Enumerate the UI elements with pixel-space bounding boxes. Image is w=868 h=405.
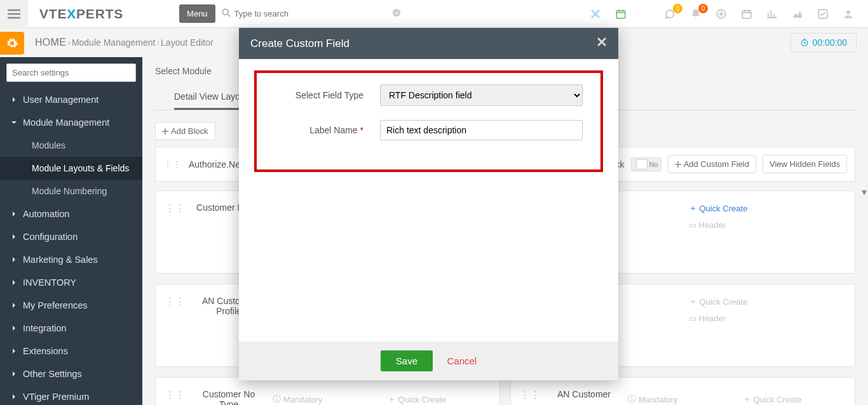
sidebar-item[interactable]: VTiger Premium [0,385,142,405]
highlight-annotation: Select Field Type RTF Description field … [254,70,603,172]
cancel-button[interactable]: Cancel [447,355,477,366]
sidebar-item[interactable]: Extensions [0,340,142,362]
sidebar-item-label: Module Management [23,117,109,128]
svg-rect-8 [742,10,751,18]
field-card: ⋮⋮ Customer No Type ⓘ Mandatory ＋ Quick … [155,377,500,405]
global-search-input[interactable] [219,5,403,22]
drag-handle-icon[interactable]: ⋮⋮ [165,202,185,262]
field-card: ⋮⋮ AN Customer ⓘ Mandatory ＋ Quick Creat… [510,377,855,405]
sidebar-subitem[interactable]: Module Numbering [0,180,142,202]
sidebar-item[interactable]: User Management [0,88,142,111]
sidebar-item-label: INVENTORY [23,277,76,288]
brand-text-post: PERTS [76,6,123,22]
prop-mandatory[interactable]: ⓘ Mandatory [273,389,376,405]
toggle-no-label: No [648,161,658,168]
drag-handle-icon[interactable]: ⋮⋮ [165,296,185,355]
svg-point-5 [392,9,400,17]
prop-quick-create[interactable]: ＋ Quick Create [743,389,846,405]
sidebar-item[interactable]: My Preferences [0,294,142,317]
calendar-small-icon[interactable] [615,8,627,20]
create-custom-field-modal: Create Custom Field Select Field Type RT… [239,28,618,380]
checkbox-icon[interactable] [817,8,829,20]
chevron-right-icon [11,394,17,399]
drag-handle-icon[interactable]: ⋮⋮ [165,389,185,405]
sidebar-item-label: Extensions [23,346,68,356]
user-icon[interactable] [843,8,854,20]
label-name-label: Label Name * [275,125,363,135]
sidebar-item-label: Integration [23,323,67,333]
prop-quick-create[interactable]: ＋ Quick Create [689,202,846,214]
breadcrumb-l1[interactable]: Module Management [72,37,156,48]
view-hidden-fields-button[interactable]: View Hidden Fields [763,155,847,173]
breadcrumb-sep: › [155,37,161,48]
sidebar-item-label: Marketing & Sales [23,255,98,265]
field-type-label: Select Field Type [275,90,363,100]
drag-handle-icon[interactable]: ⋮⋮ [520,389,540,405]
prop-quick-create[interactable]: ＋ Quick Create [388,389,491,405]
field-name: AN Customer [549,389,619,405]
settings-gear-tab[interactable] [0,32,24,55]
prop-quick-create[interactable]: ＋ Quick Create [689,296,846,307]
sidebar-item[interactable]: Module Management [0,111,142,134]
chevron-right-icon [11,257,17,262]
prop-header[interactable]: ▭ Header [689,220,846,230]
svg-line-4 [227,15,230,17]
sidebar-item[interactable]: Marketing & Sales [0,248,142,271]
svg-point-10 [846,10,850,14]
menu-button[interactable]: Menu [179,4,215,23]
field-type-select[interactable]: RTF Description field [380,84,583,106]
add-block-button[interactable]: Add Block [155,122,215,140]
prop-mandatory[interactable]: ⓘ Mandatory [628,389,731,405]
prop-header[interactable]: ▭ Header [689,314,846,323]
field-name: Customer No Type [194,389,264,405]
breadcrumb-l2: Layout Editor [161,37,214,48]
modal-close-icon[interactable] [597,37,607,50]
area-chart-icon[interactable] [792,8,803,20]
sidebar-search-input[interactable] [6,63,136,82]
bell-icon[interactable]: 0 [690,8,702,20]
label-name-input[interactable] [380,120,583,140]
extension-x-icon[interactable] [590,8,601,20]
sidebar-item[interactable]: Automation [0,202,142,225]
sidebar-item-label: Configuration [23,232,78,242]
calendar-icon[interactable] [741,8,752,20]
hamburger-menu[interactable] [0,0,28,28]
bar-chart-icon[interactable] [766,8,778,20]
drag-handle-icon[interactable]: ⋮⋮ [163,159,181,169]
chevron-right-icon [11,326,17,331]
search-icon [222,8,231,20]
sidebar-item-label: My Preferences [23,300,88,310]
chevron-right-icon [11,371,17,376]
add-custom-field-label: Add Custom Field [684,159,749,169]
timer-widget[interactable]: 00:00:00 [790,33,857,52]
svg-point-3 [222,9,228,15]
modal-title: Create Custom Field [250,37,349,50]
sidebar-item[interactable]: Configuration [0,225,142,248]
svg-rect-6 [616,10,625,18]
tab-detail-view[interactable]: Detail View Layout [174,85,248,110]
add-custom-field-button[interactable]: Add Custom Field [668,155,756,173]
save-button[interactable]: Save [381,350,433,371]
select-module-label: Select Module [155,66,222,76]
plus-icon[interactable] [715,8,727,20]
brand-logo: VTEXPERTS [28,6,135,22]
search-dropdown-icon[interactable] [392,8,401,20]
sidebar-item-label: Automation [23,209,69,219]
chevron-right-icon [11,211,17,216]
sidebar-subitem[interactable]: Module Layouts & Fields [0,157,142,180]
breadcrumb-home[interactable]: HOME [35,37,66,48]
block-toggle[interactable]: No [631,157,661,171]
chevron-right-icon [11,349,17,354]
sidebar-item[interactable]: Integration [0,317,142,340]
sidebar-item[interactable]: Other Settings [0,362,142,385]
sidebar-item-label: Other Settings [23,369,82,379]
chevron-down-icon [11,120,17,125]
sidebar-subitem[interactable]: Modules [0,134,142,157]
brand-text-pre: VTE [39,6,67,22]
sidebar-item[interactable]: INVENTORY [0,271,142,294]
sidebar-item-label: User Management [23,95,98,105]
scroll-indicator-icon: ▾ [862,186,867,198]
chat-icon[interactable]: 0 [665,8,676,20]
chevron-right-icon [11,303,17,308]
timer-value: 00:00:00 [813,37,848,48]
